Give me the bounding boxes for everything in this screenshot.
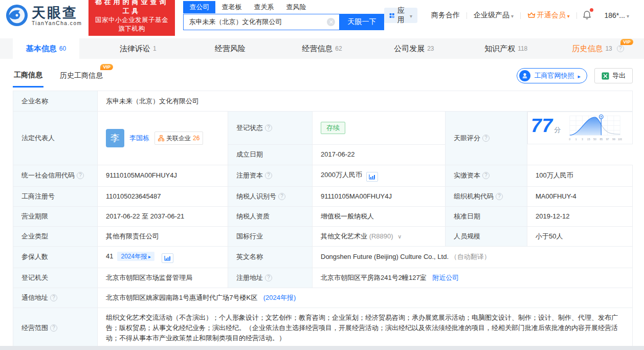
notifications-bell[interactable] bbox=[576, 10, 597, 21]
tab-label: 公司发展 bbox=[394, 44, 425, 54]
capital-trend-icon[interactable] bbox=[366, 172, 378, 182]
export-label: 导出 bbox=[612, 71, 626, 80]
legal-rep-link[interactable]: 李国栋 bbox=[129, 133, 149, 143]
field-label: 通信地址 bbox=[13, 288, 98, 308]
annual-report-label: 2024年报 bbox=[121, 253, 147, 260]
chevron-down-icon[interactable]: ∨ bbox=[397, 233, 402, 239]
slogan-line1: 都在用的商业查询工具 bbox=[94, 0, 170, 16]
mail-address-cell: 北京市朝阳区姚家园南路1号惠通时代广场7号楼K区 (2024年报) bbox=[98, 288, 633, 308]
field-label: 企业名称 bbox=[13, 91, 98, 112]
reg-capital-cell: 2000万人民币 bbox=[313, 165, 446, 186]
annual-report-badge[interactable]: 2024年报 bbox=[117, 252, 154, 261]
tab-history-info[interactable]: VIP 历史信息 13 bbox=[552, 38, 644, 59]
nearby-companies-link[interactable]: 附近公司 bbox=[432, 274, 459, 281]
table-row: 登记机关 北京市朝阳区市场监督管理局 注册地址 北京市朝阳区平房路241号2幢1… bbox=[13, 268, 633, 288]
toolbar: 工商官网快照 导出 bbox=[517, 68, 633, 83]
company-tabbar: 基本信息 60 法律诉讼 1 经营风险 经营信息 62 公司发展 23 bbox=[0, 38, 644, 59]
reg-number-value: 110105023645487 bbox=[98, 186, 228, 206]
question-icon[interactable] bbox=[265, 124, 272, 132]
svg-text:50: 50 bbox=[593, 138, 596, 141]
question-icon[interactable] bbox=[278, 193, 285, 200]
search-tab-relation[interactable]: 查关系 bbox=[248, 1, 280, 13]
field-label: 核准日期 bbox=[446, 206, 527, 226]
tianyancha-eye-icon bbox=[5, 4, 29, 27]
official-snapshot-button[interactable]: 工商官网快照 bbox=[517, 68, 587, 83]
business-scope-label: 经营范围 bbox=[21, 324, 48, 332]
tianyancha-company-page: 天眼查 TianYanCha.com 都在用的商业查询工具 国家中小企业发展子基… bbox=[0, 0, 644, 350]
field-label: 工商注册号 bbox=[13, 186, 98, 206]
insured-trend-icon[interactable] bbox=[162, 253, 173, 263]
excel-icon bbox=[602, 72, 609, 80]
question-icon[interactable] bbox=[496, 193, 503, 200]
credit-code-value: 91110105MA00FHUY4J bbox=[98, 165, 228, 186]
related-label: 关联企业 bbox=[166, 133, 191, 143]
tab-legal-proceedings[interactable]: 法律诉讼 1 bbox=[92, 38, 184, 59]
subtab-business-info[interactable]: 工商信息 bbox=[13, 64, 43, 88]
business-info-table: 企业名称 东申未来（北京）文化有限公司 法定代表人 李 李国栋 bbox=[13, 91, 633, 348]
annual-report-link[interactable]: (2024年报) bbox=[263, 294, 296, 301]
question-icon[interactable] bbox=[265, 274, 272, 281]
table-row: 统一社会信用代码 91110105MA00FHUY4J 注册资本 2000万人民… bbox=[13, 165, 633, 186]
nav-open-vip[interactable]: 开通会员 bbox=[521, 11, 576, 20]
field-label: 统一社会信用代码 bbox=[13, 165, 98, 186]
taxpayer-quality-value: 增值税一般纳税人 bbox=[313, 206, 446, 226]
reg-address-value: 北京市朝阳区平房路241号2幢127室 bbox=[321, 274, 427, 281]
nav-business-coop[interactable]: 商务合作 bbox=[425, 11, 467, 20]
paid-capital-value: 100万人民币 bbox=[527, 165, 633, 186]
question-icon[interactable] bbox=[482, 135, 490, 142]
score-label: 天眼评分 bbox=[454, 134, 480, 142]
field-label: 参保人数 bbox=[13, 246, 98, 268]
tab-company-development[interactable]: 公司发展 23 bbox=[368, 38, 460, 59]
nav-enterprise-products[interactable]: 企业级产品 bbox=[467, 11, 520, 20]
chevron-down-icon bbox=[567, 11, 570, 19]
reg-address-cell: 北京市朝阳区平房路241号2幢127室 附近公司 bbox=[313, 268, 633, 288]
tab-count: 23 bbox=[427, 45, 434, 52]
search-input[interactable] bbox=[183, 14, 339, 30]
table-row: 企业类型 其他有限责任公司 国标行业 其他文化艺术业 (R8890) ∨ 人员规… bbox=[13, 226, 633, 246]
reg-status-cell: 存续 bbox=[313, 112, 446, 145]
industry-value: 其他文化艺术业 bbox=[321, 232, 367, 240]
search-tab-company[interactable]: 查公司 bbox=[183, 1, 215, 13]
export-button[interactable]: 导出 bbox=[594, 68, 633, 83]
brand-domain: TianYanCha.com bbox=[32, 20, 82, 26]
tab-operating-risk[interactable]: 经营风险 bbox=[184, 38, 276, 59]
approval-date-value: 2019-12-12 bbox=[527, 206, 633, 226]
search-button[interactable]: 天眼一下 bbox=[339, 14, 384, 30]
related-count: 26 bbox=[193, 133, 199, 143]
score-cell[interactable]: 77分 bbox=[527, 112, 633, 144]
search-bar: ✕ 天眼一下 bbox=[183, 14, 384, 30]
tab-intellectual-property[interactable]: 知识产权 118 bbox=[460, 38, 552, 59]
search-tab-boss[interactable]: 查老板 bbox=[215, 1, 248, 13]
table-row: 经营范围 组织文化艺术交流活动（不含演出）；个人形象设计；文艺创作；教育咨询；企… bbox=[13, 308, 633, 348]
tab-count: 60 bbox=[59, 45, 66, 52]
field-label: 营业期限 bbox=[13, 206, 98, 226]
brand-name: 天眼查 bbox=[32, 5, 82, 20]
subtab-history-business-info[interactable]: 历史工商信息 VIP bbox=[59, 65, 104, 86]
question-icon[interactable] bbox=[50, 294, 57, 301]
tianyancha-logo[interactable]: 天眼查 TianYanCha.com bbox=[5, 4, 82, 27]
business-term-value: 2017-06-22 至 2037-06-21 bbox=[98, 206, 228, 226]
field-label: 登记机关 bbox=[13, 268, 98, 288]
search-tabs: 查公司 查老板 查关系 查风险 bbox=[183, 1, 384, 13]
question-icon[interactable] bbox=[482, 172, 490, 179]
tab-count: 118 bbox=[518, 45, 527, 52]
tab-basic-info[interactable]: 基本信息 60 bbox=[0, 38, 92, 59]
legal-rep-avatar[interactable]: 李 bbox=[106, 129, 124, 147]
apps-grid-icon bbox=[389, 12, 394, 19]
question-icon[interactable] bbox=[50, 324, 57, 332]
user-account-menu[interactable]: 186*... bbox=[597, 11, 636, 19]
snapshot-label: 工商官网快照 bbox=[534, 71, 574, 80]
question-icon[interactable] bbox=[265, 172, 272, 179]
apps-menu[interactable]: 应用 bbox=[384, 8, 417, 23]
question-icon[interactable] bbox=[77, 172, 84, 179]
reg-status-label: 登记状态 bbox=[236, 124, 263, 132]
tab-operating-info[interactable]: 经营信息 62 bbox=[276, 38, 368, 59]
related-companies-badge[interactable]: 关联企业 26 bbox=[154, 132, 203, 145]
clear-search-icon[interactable]: ✕ bbox=[327, 18, 335, 26]
field-label: 登记状态 bbox=[228, 112, 313, 145]
search-tab-risk[interactable]: 查风险 bbox=[280, 1, 312, 13]
search-block: 查公司 查老板 查关系 查风险 ✕ 天眼一下 bbox=[183, 1, 384, 30]
enterprise-label: 企业级产品 bbox=[474, 11, 509, 20]
question-icon[interactable] bbox=[617, 45, 624, 52]
arrow-right-icon bbox=[578, 72, 581, 80]
